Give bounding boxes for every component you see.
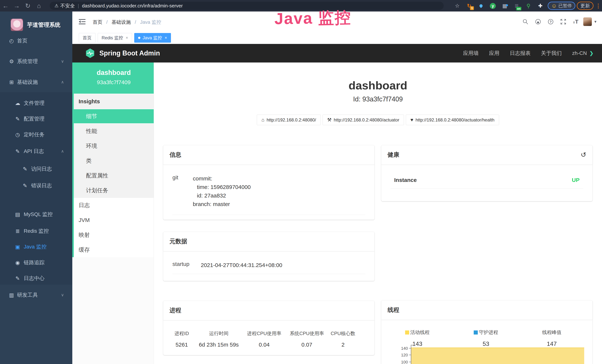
user-avatar[interactable] xyxy=(583,17,592,26)
health-instance-row[interactable]: Instance UP xyxy=(381,177,592,183)
sba-item-details[interactable]: 细节 xyxy=(74,109,154,124)
breadcrumb-home[interactable]: 首页 xyxy=(93,19,102,25)
address-divider: | xyxy=(78,3,79,9)
sidebar-item-dev-tools[interactable]: ▥ 研发工具 ∨ xyxy=(0,287,72,304)
tab-java-monitor[interactable]: Java 监控 × xyxy=(134,33,171,43)
sba-item-scheduled-tasks[interactable]: 计划任务 xyxy=(74,183,154,198)
update-button[interactable]: 更新 xyxy=(577,2,593,10)
sba-nav-applications[interactable]: 应用 xyxy=(489,50,499,57)
breadcrumb: 首页 / 基础设施 / Java 监控 xyxy=(93,19,161,25)
locale-select[interactable]: zh-CN xyxy=(572,50,587,56)
row-divider xyxy=(390,188,583,189)
y-axis-cap xyxy=(411,345,413,345)
process-table-header: 进程ID 运行时间 进程CPU使用率 系统CPU使用率 CPU核心数 xyxy=(163,330,375,337)
instance-name: dashboard xyxy=(74,63,154,76)
back-icon[interactable]: ← xyxy=(0,2,11,10)
actuator-url-button[interactable]: ⚒ http://192.168.0.2:48080/actuator xyxy=(322,115,404,125)
annotation-java-monitor: Java 监控 xyxy=(274,7,352,30)
process-card-title: 进程 xyxy=(170,306,181,314)
github-icon[interactable] xyxy=(532,19,544,25)
sidebar-item-scheduled-jobs[interactable]: ◷ 定时任务 xyxy=(0,126,72,143)
system-cpu-value: 0.07 xyxy=(287,342,326,348)
sba-brand[interactable]: Spring Boot Admin xyxy=(85,48,160,58)
process-cpu-value: 0.04 xyxy=(241,342,287,348)
y-tick-100: 100 xyxy=(387,360,408,364)
sba-nav-journal[interactable]: 日志报表 xyxy=(510,50,531,57)
fullscreen-icon[interactable] xyxy=(557,19,570,25)
browser-menu-icon[interactable]: ⋮ xyxy=(595,3,602,9)
threads-legend: 活动线程 守护进程 线程峰值 xyxy=(381,329,592,336)
puzzle-extension-icon[interactable]: ✚ xyxy=(534,3,546,9)
sidebar-item-access-logs[interactable]: ✎ 访问日志 xyxy=(0,161,72,177)
sidebar-item-config[interactable]: ✎ 配置管理 xyxy=(0,110,72,127)
sba-nav-wallboard[interactable]: 应用墙 xyxy=(463,50,479,57)
paused-label: 已暂停 xyxy=(559,3,572,9)
locale-chevron-icon[interactable]: ❯︎ xyxy=(589,50,593,56)
sba-nav: 应用墙 应用 日志报表 关于我们 zh-CN ❯︎ xyxy=(453,50,593,57)
font-size-icon[interactable]: тT xyxy=(570,19,582,25)
threads-area-chart: 140 120 100 xyxy=(381,343,592,364)
screen-icon: ▣ xyxy=(14,244,21,250)
sba-header: Spring Boot Admin 应用墙 应用 日志报表 关于我们 zh-CN… xyxy=(72,44,602,63)
sidebar-item-system[interactable]: ⚙ 系统管理 ∨ xyxy=(0,53,72,70)
status-badge: UP xyxy=(572,177,580,183)
process-table-values: 5261 6d 23h 15m 59s 0.04 0.07 2 xyxy=(163,342,375,348)
sidebar-item-java-monitor[interactable]: ▣ Java 监控 xyxy=(0,238,72,255)
toolbox-icon: ▥ xyxy=(8,292,15,298)
address-bar[interactable]: ⚠ 不安全 | dashboard.yudao.iocoder.cn/infra… xyxy=(50,2,444,10)
threads-card: 线程 活动线程 守护进程 线程峰值 143 53 147 140 xyxy=(381,300,592,364)
sidebar-item-api-logs[interactable]: ✎ API 日志 ∧ xyxy=(0,143,72,160)
git-info-row: git commit: time: 1596289704000 id: 27aa… xyxy=(163,174,375,208)
close-icon[interactable]: × xyxy=(165,35,167,40)
close-icon[interactable]: × xyxy=(126,35,128,40)
help-icon[interactable]: ? xyxy=(544,19,557,25)
history-icon[interactable]: ↺ xyxy=(581,151,586,159)
list-extension-icon[interactable]: ≣on xyxy=(511,3,522,9)
sba-item-mappings[interactable]: 映射 xyxy=(74,227,154,242)
log-icon: ✎ xyxy=(14,148,21,154)
sidebar-item-infrastructure[interactable]: ⊞ 基础设施 ∧ xyxy=(0,74,72,91)
sidebar-item-tracing[interactable]: ◉ 链路追踪 xyxy=(0,254,72,271)
collapse-sidebar-icon[interactable] xyxy=(79,19,86,26)
refresh-extension-icon[interactable]: ↻1 xyxy=(463,3,475,9)
y-extension-icon[interactable]: y xyxy=(487,3,499,9)
breadcrumb-infrastructure[interactable]: 基础设施 xyxy=(112,19,131,25)
sba-item-classes[interactable]: 类 xyxy=(74,153,154,168)
git-label: git xyxy=(172,174,184,208)
sidebar-item-log-center[interactable]: ✎ 日志中心 xyxy=(0,270,72,287)
sba-item-config-props[interactable]: 配置属性 xyxy=(74,168,154,183)
home-icon[interactable]: ⌂ xyxy=(33,2,44,10)
sba-item-jvm[interactable]: JVM xyxy=(74,213,154,227)
service-url-button[interactable]: ⌂ http://192.168.0.2:48080/ xyxy=(257,115,321,125)
sidebar-item-files[interactable]: ☁ 文件管理 xyxy=(0,95,72,112)
table-icon: ▤ xyxy=(14,211,21,217)
pin-extension-icon[interactable] xyxy=(475,3,487,9)
search-extension-icon[interactable]: ⚲ xyxy=(522,3,534,9)
forward-icon[interactable]: → xyxy=(11,2,22,10)
sidebar-item-error-logs[interactable]: ✎ 错误日志 xyxy=(0,177,72,194)
sba-nav-about[interactable]: 关于我们 xyxy=(541,50,562,57)
y-tick-120: 120 xyxy=(387,353,408,357)
health-url-button[interactable]: ♥ http://192.168.0.2:48080/actuator/heal… xyxy=(406,115,499,125)
sidebar-item-redis-monitor[interactable]: ≣ Redis 监控 xyxy=(0,223,72,240)
sidebar-item-mysql-monitor[interactable]: ▤ MySQL 监控 xyxy=(0,206,72,223)
sidebar-item-home[interactable]: ◴ 首页 xyxy=(0,32,72,49)
grid-extension-icon[interactable]: ▦ xyxy=(499,3,511,9)
sba-item-logs[interactable]: 日志 xyxy=(74,198,154,213)
tab-home[interactable]: 首页 xyxy=(79,33,96,43)
sba-item-metrics[interactable]: 性能 xyxy=(74,124,154,139)
instance-header[interactable]: dashboard 93a3fc7f7409 xyxy=(74,63,154,94)
emoji-face-icon: ☺ xyxy=(551,3,557,9)
svg-text:?: ? xyxy=(549,20,552,24)
log-icon: ✎ xyxy=(14,275,21,281)
search-icon[interactable] xyxy=(519,19,532,25)
tab-redis-monitor[interactable]: Redis 监控 × xyxy=(98,33,132,43)
reload-icon[interactable]: ↻ xyxy=(22,2,33,10)
instance-id: 93a3fc7f7409 xyxy=(74,79,154,86)
avatar-caret-icon[interactable]: ▾ xyxy=(594,19,596,24)
cards-grid: 信息 git commit: time: 1596289704000 id: 2… xyxy=(154,145,602,364)
sba-item-environment[interactable]: 环境 xyxy=(74,139,154,153)
bookmark-star-icon[interactable]: ☆ xyxy=(451,3,463,9)
sba-item-caches[interactable]: 缓存 xyxy=(74,242,154,257)
profile-paused-pill[interactable]: ☺ 已暂停 xyxy=(548,2,575,10)
